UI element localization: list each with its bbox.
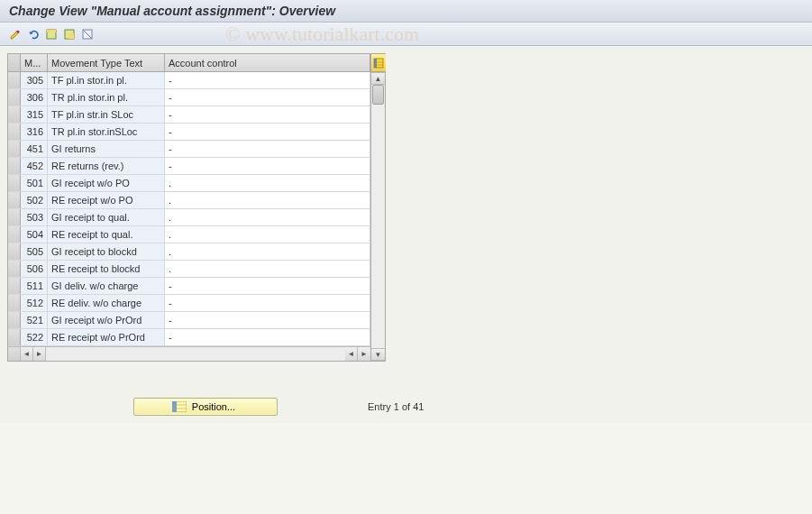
cell-movement-code: 512: [21, 295, 48, 311]
table-row: 451GI returns-: [8, 141, 370, 158]
cell-account-control[interactable]: -: [165, 278, 370, 294]
cell-account-control[interactable]: -: [165, 141, 370, 157]
row-selector[interactable]: [8, 72, 21, 88]
table-row: 305TF pl.in stor.in pl.-: [8, 72, 370, 89]
cell-movement-text: GI receipt w/o PrOrd: [48, 312, 165, 328]
cell-movement-text: TR pl.in stor.inSLoc: [48, 124, 165, 140]
cell-movement-code: 521: [21, 312, 48, 328]
scroll-thumb[interactable]: [372, 85, 384, 105]
cell-movement-text: RE receipt to blockd: [48, 261, 165, 277]
table-row: 315TF pl.in str.in SLoc-: [8, 106, 370, 124]
data-grid: M... Movement Type Text Account control …: [7, 53, 386, 362]
scroll-left-end-icon[interactable]: ◄: [345, 347, 358, 361]
scroll-down-icon[interactable]: ▼: [371, 348, 385, 361]
cell-account-control[interactable]: -: [165, 89, 370, 106]
scroll-left-icon[interactable]: ◄: [21, 347, 33, 361]
cell-movement-code: 522: [21, 329, 48, 345]
table-row: 503GI receipt to qual..: [8, 209, 370, 226]
cell-movement-text: GI returns: [48, 141, 165, 157]
cell-movement-code: 503: [21, 209, 48, 225]
position-icon: [172, 400, 187, 413]
table-row: 522RE receipt w/o PrOrd-: [8, 329, 370, 346]
row-selector[interactable]: [8, 175, 21, 191]
scroll-up-icon[interactable]: ▲: [371, 72, 385, 85]
table-row: 521GI receipt w/o PrOrd-: [8, 312, 370, 329]
cell-movement-code: 501: [21, 175, 48, 191]
cell-movement-text: GI receipt w/o PO: [48, 175, 165, 191]
row-selector[interactable]: [8, 124, 21, 140]
row-selector[interactable]: [8, 243, 21, 260]
row-selector[interactable]: [8, 141, 21, 157]
cell-movement-code: 504: [21, 226, 48, 243]
cell-movement-text: GI receipt to qual.: [48, 209, 165, 225]
undo-icon[interactable]: [25, 26, 41, 42]
select-block-icon[interactable]: [61, 26, 78, 42]
row-selector[interactable]: [8, 89, 21, 106]
row-selector[interactable]: [8, 192, 21, 208]
toolbar: [0, 23, 812, 46]
cell-movement-text: GI deliv. w/o charge: [48, 278, 165, 294]
cell-movement-text: TR pl.in stor.in pl.: [48, 89, 165, 106]
cell-account-control[interactable]: -: [165, 106, 370, 123]
grid-header: M... Movement Type Text Account control: [8, 54, 370, 72]
svg-rect-12: [172, 401, 177, 412]
cell-account-control[interactable]: -: [165, 124, 370, 140]
content-area: M... Movement Type Text Account control …: [0, 46, 812, 423]
cell-movement-text: TF pl.in stor.in pl.: [48, 72, 165, 88]
table-row: 501GI receipt w/o PO.: [8, 175, 370, 192]
horizontal-scrollbar[interactable]: ◄ ► ◄ ►: [8, 346, 370, 361]
change-icon[interactable]: [7, 26, 23, 42]
cell-movement-code: 506: [21, 261, 48, 277]
header-movement-text[interactable]: Movement Type Text: [48, 54, 165, 71]
table-row: 511GI deliv. w/o charge-: [8, 278, 370, 295]
table-row: 502RE receipt w/o PO.: [8, 192, 370, 209]
row-selector[interactable]: [8, 295, 21, 311]
scroll-right-icon[interactable]: ►: [33, 347, 46, 361]
cell-movement-text: GI receipt to blockd: [48, 243, 165, 260]
cell-movement-code: 502: [21, 192, 48, 208]
row-selector[interactable]: [8, 312, 21, 328]
select-all-icon[interactable]: [43, 26, 59, 42]
position-button[interactable]: Position...: [133, 398, 278, 416]
cell-movement-text: RE returns (rev.): [48, 158, 165, 174]
cell-account-control[interactable]: .: [165, 209, 370, 225]
row-selector[interactable]: [8, 278, 21, 294]
svg-rect-8: [374, 59, 377, 68]
row-selector[interactable]: [8, 158, 21, 174]
cell-movement-text: RE receipt w/o PO: [48, 192, 165, 208]
cell-account-control[interactable]: -: [165, 329, 370, 345]
cell-account-control[interactable]: -: [165, 72, 370, 88]
deselect-all-icon[interactable]: [79, 26, 96, 42]
row-selector[interactable]: [8, 329, 21, 345]
header-selector[interactable]: [8, 54, 21, 71]
svg-rect-4: [68, 33, 74, 39]
title-bar: Change View "Manual account assignment":…: [0, 0, 812, 23]
cell-account-control[interactable]: .: [165, 243, 370, 260]
grid-rows: 305TF pl.in stor.in pl.-306TR pl.in stor…: [8, 72, 370, 346]
cell-movement-code: 511: [21, 278, 48, 294]
header-account-control[interactable]: Account control: [165, 54, 370, 71]
cell-movement-text: RE receipt w/o PrOrd: [48, 329, 165, 345]
svg-rect-2: [47, 30, 56, 32]
cell-account-control[interactable]: -: [165, 295, 370, 311]
cell-account-control[interactable]: -: [165, 312, 370, 328]
cell-account-control[interactable]: -: [165, 158, 370, 174]
table-settings-icon[interactable]: [371, 54, 386, 72]
row-selector[interactable]: [8, 106, 21, 123]
row-selector[interactable]: [8, 226, 21, 243]
position-label: Position...: [192, 401, 235, 412]
vertical-scrollbar[interactable]: ▲ ▼: [370, 54, 385, 361]
cell-account-control[interactable]: .: [165, 261, 370, 277]
row-selector[interactable]: [8, 209, 21, 225]
cell-movement-code: 315: [21, 106, 48, 123]
row-selector[interactable]: [8, 261, 21, 277]
cell-account-control[interactable]: .: [165, 226, 370, 243]
scroll-right-end-icon[interactable]: ►: [358, 347, 370, 361]
header-movement-code[interactable]: M...: [21, 54, 48, 71]
table-row: 316TR pl.in stor.inSLoc-: [8, 124, 370, 141]
table-row: 506RE receipt to blockd.: [8, 261, 370, 278]
page-title: Change View "Manual account assignment":…: [9, 4, 335, 18]
cell-account-control[interactable]: .: [165, 175, 370, 191]
cell-account-control[interactable]: .: [165, 192, 370, 208]
table-row: 306TR pl.in stor.in pl.-: [8, 89, 370, 106]
